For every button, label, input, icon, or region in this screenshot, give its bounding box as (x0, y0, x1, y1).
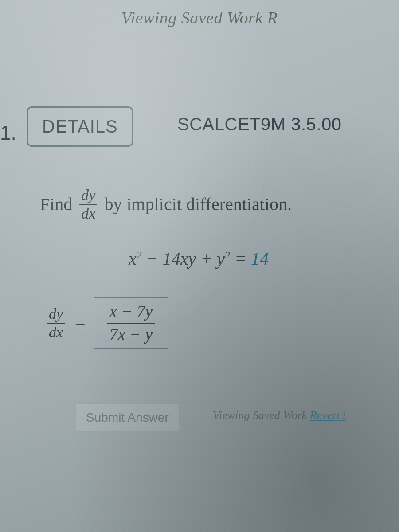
eq-sign: = (230, 249, 251, 269)
problem-number: 1. (0, 122, 16, 144)
problem-source: SCALCET9M 3.5.00 (177, 114, 341, 134)
answer-input[interactable]: x − 7y 7x − y (94, 297, 168, 349)
dy-dx-fraction: dy dx (79, 187, 97, 221)
problem-prompt: Find dy dx by implicit differentiation. (40, 187, 292, 221)
eq-sup-x: 2 (137, 249, 142, 261)
equals-sign: = (75, 313, 86, 333)
saved-work-footer: Viewing Saved Work Revert t (213, 409, 346, 422)
eq-sup-y: 2 (225, 249, 230, 261)
eq-term-x: x (129, 249, 137, 269)
answer-value-den: 7x − y (107, 323, 155, 344)
submit-answer-button[interactable]: Submit Answer (75, 403, 180, 432)
answer-frac-den: dx (47, 323, 65, 340)
revert-link[interactable]: Revert t (310, 409, 346, 422)
answer-value-num: x − 7y (107, 302, 155, 323)
answer-row: dy dx = x − 7y 7x − y (44, 297, 168, 349)
answer-value-fraction: x − 7y 7x − y (107, 302, 155, 344)
prompt-after: by implicit differentiation. (104, 194, 292, 215)
details-button[interactable]: DETAILS (27, 106, 133, 147)
eq-rhs: 14 (251, 249, 269, 269)
prompt-find: Find (40, 194, 72, 215)
saved-work-header: Viewing Saved Work R (0, 0, 399, 27)
frac-denominator: dx (79, 204, 97, 222)
answer-dy-dx: dy dx (47, 306, 65, 340)
saved-prefix: Viewing Saved Work (213, 409, 310, 422)
problem-equation: x2 − 14xy + y2 = 14 (129, 248, 269, 269)
eq-term-y: y (217, 249, 225, 269)
answer-frac-num: dy (47, 306, 65, 323)
eq-mid: − 14xy + (142, 249, 217, 269)
frac-numerator: dy (79, 187, 97, 204)
